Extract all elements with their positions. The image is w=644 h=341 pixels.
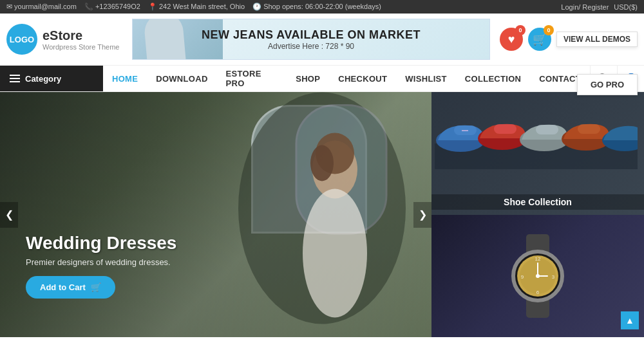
nav-item-collection[interactable]: COLLECTION — [456, 65, 531, 92]
svg-text:6: 6 — [536, 290, 540, 295]
svg-rect-13 — [536, 125, 558, 134]
main-nav: Category HOME DOWNLOAD ESTORE PRO SHOP C… — [0, 65, 644, 92]
view-all-demos-button[interactable]: VIEW ALL DEMOS — [556, 32, 638, 47]
nav-item-checkout[interactable]: CHECKOUT — [329, 65, 396, 92]
hero-prev-button[interactable]: ❮ — [0, 202, 18, 228]
brand-name: eStore — [43, 28, 119, 43]
svg-rect-11 — [494, 124, 516, 134]
heart-icon: ♥ 0 — [500, 28, 523, 51]
sidebar-panels: Shoe Collection 12 3 — [431, 92, 644, 337]
svg-text:3: 3 — [552, 274, 555, 280]
wishlist-count: 0 — [515, 25, 526, 35]
svg-text:12: 12 — [535, 256, 541, 262]
currency-selector[interactable]: USD($) — [614, 3, 638, 11]
svg-point-29 — [536, 274, 540, 278]
wishlist-button[interactable]: ♥ 0 — [500, 28, 523, 51]
shoe-collection-panel[interactable]: Shoe Collection — [431, 92, 644, 215]
hero-figure — [193, 92, 419, 337]
watch-collection-panel[interactable]: 12 3 6 9 ▲ — [431, 215, 644, 338]
hero-title: Wedding Dresses — [26, 233, 176, 253]
banner[interactable]: NEW JEANS AVAILABLE ON MARKET Advertise … — [132, 19, 490, 60]
top-bar-right: Login/ Register USD($) — [561, 3, 638, 11]
header: LOGO eStore Wordpress Store Theme NEW JE… — [0, 14, 644, 65]
brand-tagline: Wordpress Store Theme — [43, 43, 119, 51]
top-bar-left: ✉ yourmail@mail.com 📞 +12365749O2 📍 242 … — [6, 3, 381, 11]
watch-display: 12 3 6 9 — [486, 231, 589, 321]
scroll-to-top-button[interactable]: ▲ — [621, 311, 639, 329]
shoes-display — [435, 98, 638, 169]
hero-subtitle: Premier designers of wedding dresses. — [26, 257, 176, 267]
nav-items: HOME DOWNLOAD ESTORE PRO SHOP CHECKOUT W… — [103, 65, 590, 92]
nav-item-wishlist[interactable]: WISHLIST — [396, 65, 456, 92]
banner-content: NEW JEANS AVAILABLE ON MARKET Advertise … — [202, 28, 421, 51]
banner-title: NEW JEANS AVAILABLE ON MARKET — [202, 28, 421, 42]
nav-item-download[interactable]: DOWNLOAD — [147, 65, 216, 92]
svg-text:9: 9 — [521, 274, 524, 280]
cart-icon: 🛒 0 — [528, 28, 551, 51]
shoe-collection-label: Shoe Collection — [431, 194, 644, 210]
shoes-background: Shoe Collection — [431, 92, 644, 215]
svg-rect-15 — [578, 124, 600, 134]
login-register-link[interactable]: Login/ Register — [561, 3, 609, 11]
add-to-cart-button[interactable]: Add to Cart 🛒 — [26, 276, 115, 299]
hero-content: Wedding Dresses Premier designers of wed… — [26, 233, 176, 299]
brand-text: eStore Wordpress Store Theme — [43, 28, 119, 51]
header-right: ♥ 0 🛒 0 VIEW ALL DEMOS GO PRO — [500, 28, 638, 51]
phone-info: 📞 +12365749O2 — [84, 3, 140, 11]
svg-point-6 — [310, 145, 334, 181]
hero-next-button[interactable]: ❯ — [413, 202, 431, 228]
main-content: ❮ Wedding Dresses Premier designers of w… — [0, 92, 644, 337]
hours-info: 🕐 Shop opens: 06:00-22:00 (weekdays) — [252, 3, 381, 11]
top-bar: ✉ yourmail@mail.com 📞 +12365749O2 📍 242 … — [0, 0, 644, 14]
cart-button[interactable]: 🛒 0 — [528, 28, 551, 51]
logo-area: LOGO eStore Wordpress Store Theme — [6, 24, 122, 55]
category-menu[interactable]: Category — [0, 66, 103, 91]
go-pro-dropdown[interactable]: GO PRO — [577, 74, 638, 95]
hamburger-icon — [10, 75, 20, 82]
nav-item-shop[interactable]: SHOP — [287, 65, 329, 92]
watch-background: 12 3 6 9 — [431, 215, 644, 338]
email-info: ✉ yourmail@mail.com — [6, 3, 77, 11]
banner-subtitle: Advertise Here : 728 * 90 — [202, 42, 421, 51]
logo-icon[interactable]: LOGO — [6, 24, 37, 55]
nav-item-estore-pro[interactable]: ESTORE PRO — [217, 65, 287, 92]
category-label: Category — [25, 74, 61, 84]
cart-count: 0 — [544, 25, 554, 35]
hero-slider: ❮ Wedding Dresses Premier designers of w… — [0, 92, 431, 337]
address-info: 📍 242 West Main street, Ohio — [148, 3, 245, 11]
svg-point-4 — [303, 189, 367, 318]
nav-item-home[interactable]: HOME — [103, 65, 147, 92]
